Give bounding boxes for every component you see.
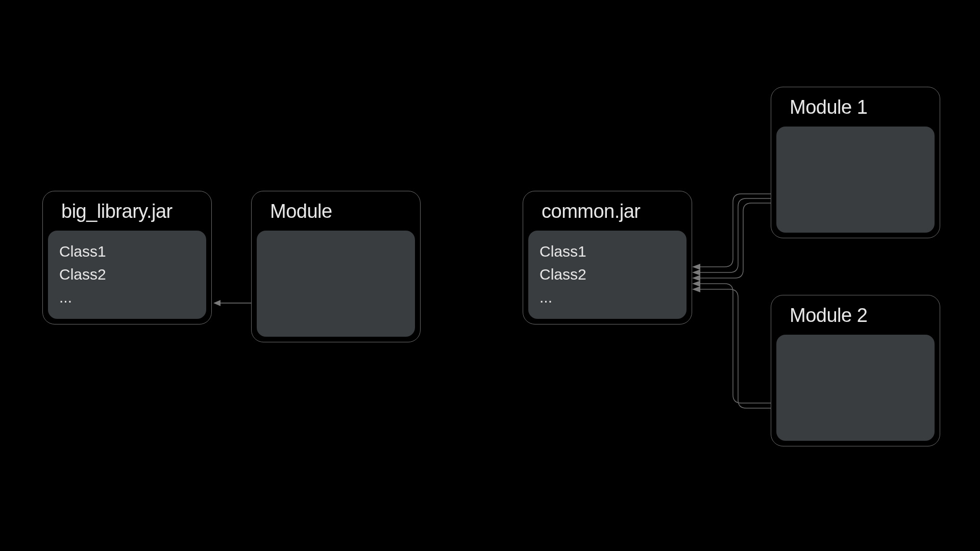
box-module-2: Module 2 [771,295,940,446]
box-title-common-jar: common.jar [528,201,687,231]
box-title-module-2: Module 2 [776,305,935,335]
svg-marker-1 [213,300,220,306]
multi-wires [700,194,771,408]
box-title-module-1: Module 1 [776,96,935,127]
box-body-module-1 [776,127,935,233]
class-line: Class2 [540,263,675,286]
box-body-common-jar: Class1 Class2 ... [528,231,687,319]
svg-marker-4 [692,275,700,281]
box-title-module: Module [257,201,415,231]
svg-marker-2 [692,264,700,270]
class-line: ... [59,286,195,309]
box-body-big-library: Class1 Class2 ... [48,231,206,319]
box-big-library: big_library.jar Class1 Class2 ... [42,191,212,324]
class-line: Class1 [540,240,675,263]
arrow-module-to-library [213,300,251,306]
multi-arrowheads [692,264,700,292]
svg-marker-5 [692,281,700,287]
box-body-module-2 [776,335,935,441]
class-line: Class2 [59,263,195,286]
svg-marker-3 [692,269,700,276]
box-body-module [257,231,415,337]
class-line: Class1 [59,240,195,263]
svg-marker-6 [692,286,700,292]
class-line: ... [540,286,675,309]
box-module: Module [251,191,421,342]
box-common-jar: common.jar Class1 Class2 ... [523,191,692,324]
box-module-1: Module 1 [771,87,940,238]
box-title-big-library: big_library.jar [48,201,206,231]
